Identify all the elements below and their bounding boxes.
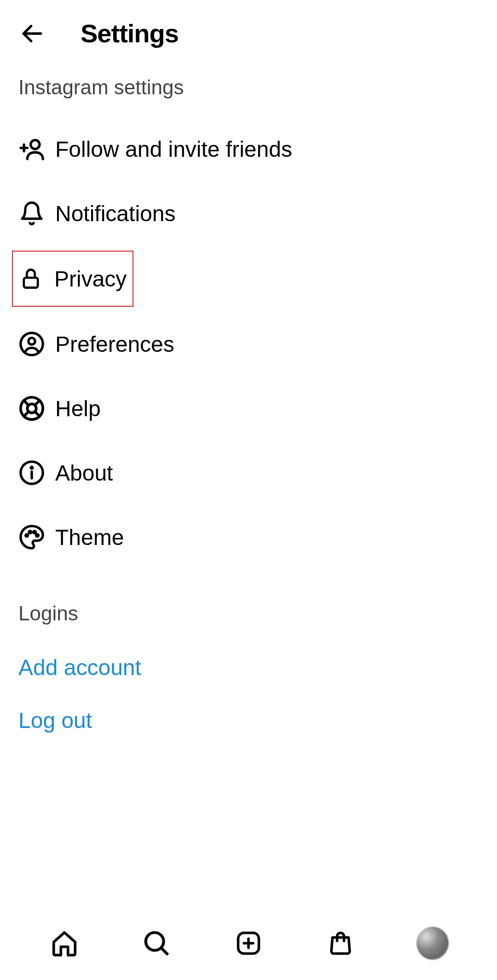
lifebuoy-icon: [18, 395, 45, 422]
nav-shop[interactable]: [324, 927, 357, 959]
svg-point-18: [34, 531, 36, 533]
svg-point-15: [31, 467, 33, 469]
menu-item-theme[interactable]: Theme: [18, 510, 479, 564]
section-instagram-settings: Instagram settings: [0, 62, 497, 122]
header: Settings: [0, 0, 497, 62]
menu-label: Help: [55, 396, 101, 421]
nav-search[interactable]: [140, 927, 173, 959]
nav-add-post[interactable]: [232, 927, 265, 959]
svg-line-10: [35, 412, 40, 416]
back-button[interactable]: [18, 20, 46, 47]
section-logins: Logins: [0, 574, 497, 646]
svg-line-11: [35, 401, 40, 405]
svg-point-6: [29, 338, 35, 345]
add-account-button[interactable]: Add account: [0, 646, 497, 689]
menu-label: Privacy: [54, 266, 127, 292]
svg-point-16: [26, 534, 28, 537]
person-circle-icon: [18, 331, 45, 357]
menu-item-notifications[interactable]: Notifications: [18, 186, 479, 241]
shop-icon: [327, 929, 354, 957]
menu-label: Notifications: [55, 201, 175, 226]
menu-item-help[interactable]: Help: [18, 381, 479, 436]
menu-label: Preferences: [55, 332, 174, 357]
svg-line-12: [24, 412, 29, 416]
home-icon: [50, 929, 79, 957]
menu-item-preferences[interactable]: Preferences: [18, 317, 479, 371]
menu-label: Theme: [55, 525, 124, 550]
info-icon: [18, 459, 45, 486]
svg-rect-4: [24, 278, 38, 288]
menu-item-about[interactable]: About: [18, 446, 479, 500]
svg-point-19: [36, 534, 39, 537]
menu-label: About: [55, 460, 113, 486]
bottom-nav: [0, 911, 497, 975]
svg-line-21: [161, 948, 167, 954]
log-out-button[interactable]: Log out: [0, 699, 497, 742]
nav-home[interactable]: [48, 927, 81, 959]
menu-item-privacy[interactable]: Privacy: [12, 251, 133, 307]
lock-icon: [17, 265, 44, 292]
search-icon: [142, 929, 171, 957]
add-post-icon: [235, 929, 262, 957]
arrow-left-icon: [19, 21, 45, 46]
menu-item-follow-invite[interactable]: Follow and invite friends: [18, 122, 479, 176]
nav-profile[interactable]: [416, 927, 449, 959]
menu-label: Follow and invite friends: [55, 137, 292, 162]
add-user-icon: [18, 136, 45, 162]
bell-icon: [18, 200, 45, 227]
palette-icon: [18, 524, 45, 550]
svg-point-1: [31, 140, 40, 149]
svg-line-9: [24, 401, 29, 405]
settings-menu: Follow and invite friends Notifications …: [0, 122, 497, 564]
page-title: Settings: [81, 18, 179, 48]
svg-point-17: [29, 531, 31, 533]
avatar: [416, 927, 449, 960]
